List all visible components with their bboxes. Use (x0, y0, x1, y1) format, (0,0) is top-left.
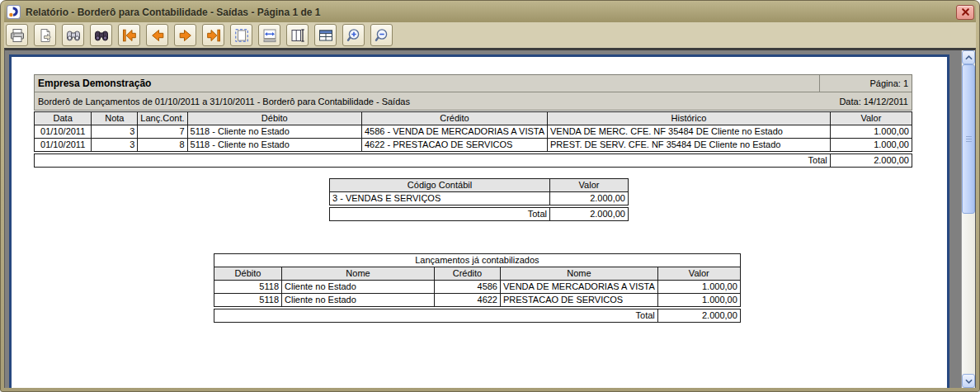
vertical-scrollbar[interactable] (961, 50, 975, 388)
next-page-icon (177, 27, 194, 44)
fit-width-icon (261, 27, 278, 44)
facing-pages-button[interactable] (286, 24, 309, 46)
column-header: Crédito (361, 112, 547, 125)
thumb-grip-icon (966, 136, 972, 143)
previous-page-button[interactable] (146, 24, 168, 46)
report-page: Empresa Demonstração Página: 1 Borderô d… (9, 54, 949, 388)
report-table: DataNotaLanç.Cont.DébitoCréditoHistórico… (34, 111, 912, 168)
export-page-icon (37, 27, 54, 44)
report-date-label: Data: 14/12/2011 (819, 92, 912, 110)
grid-view-button[interactable] (314, 24, 337, 46)
table-row: 01/10/2011375118 - Cliente no Estado4586… (35, 125, 912, 139)
table-cell: 5118 (214, 281, 282, 294)
table-cell: 01/10/2011 (35, 139, 92, 152)
table-cell: 1.000,00 (657, 294, 740, 307)
table-cell: 7 (138, 125, 187, 139)
fit-page-icon (233, 27, 250, 44)
scroll-up-button[interactable] (962, 50, 975, 64)
report-viewer: Empresa Demonstração Página: 1 Borderô d… (4, 48, 976, 388)
table-cell: 01/10/2011 (35, 125, 92, 139)
window-title: Relatório - Borderô para Contabilidade -… (26, 7, 956, 18)
zoom-out-button[interactable] (370, 24, 393, 46)
column-header: Código Contábil (330, 179, 550, 192)
table-cell: 4586 - VENDA DE MERCADORIAS A VISTA (361, 125, 547, 139)
column-header: Data (35, 112, 92, 125)
chevron-up-icon (965, 55, 973, 60)
first-page-icon (121, 27, 138, 44)
facing-pages-icon (290, 27, 306, 44)
report-window: Relatório - Borderô para Contabilidade -… (0, 0, 980, 392)
accounting-code-table: Código ContábilValor3 - VENDAS E SERVIÇO… (329, 178, 912, 221)
table-cell: 4586 (435, 281, 501, 294)
company-name: Empresa Demonstração (35, 78, 819, 89)
table-cell: 2.000,00 (550, 192, 629, 205)
binoculars-dark-icon (93, 27, 110, 44)
column-header: Valor (657, 267, 740, 281)
table-cell: 3 (92, 125, 138, 139)
export-button[interactable] (34, 24, 56, 46)
entries-table: DataNotaLanç.Cont.DébitoCréditoHistórico… (34, 111, 912, 168)
close-icon (961, 7, 970, 17)
table-cell: VENDA DE MERCADORIAS A VISTA (501, 281, 658, 294)
table-row: 5118Cliente no Estado4586VENDA DE MERCAD… (214, 281, 741, 294)
total-label: Total (330, 208, 550, 221)
first-page-button[interactable] (118, 24, 140, 46)
zoom-in-icon (346, 27, 362, 44)
report-table: Código ContábilValor3 - VENDAS E SERVIÇO… (329, 178, 629, 221)
table-title: Lançamentos já contabilizados (214, 254, 741, 267)
last-page-button[interactable] (202, 24, 224, 46)
title-bar: Relatório - Borderô para Contabilidade -… (4, 2, 976, 22)
binoculars-icon (65, 27, 82, 44)
column-header: Valor (550, 179, 629, 192)
report-header-band: Empresa Demonstração Página: 1 Borderô d… (34, 74, 912, 111)
column-header: Lanç.Cont. (138, 112, 187, 125)
table-cell: VENDA DE MERC. CFE. NF 35484 DE Cliente … (548, 125, 831, 139)
zoom-out-icon (374, 27, 390, 44)
column-header: Valor (830, 112, 912, 125)
page-number-label: Página: 1 (819, 75, 912, 92)
table-row: 01/10/2011385118 - Cliente no Estado4622… (35, 139, 912, 152)
header-row-1: Empresa Demonstração Página: 1 (35, 75, 912, 92)
total-value: 2.000,00 (550, 208, 629, 221)
report-body: Empresa Demonstração Página: 1 Borderô d… (34, 74, 912, 323)
column-header: Débito (187, 112, 361, 125)
previous-page-icon (149, 27, 166, 44)
app-logo-icon[interactable] (7, 5, 21, 19)
table-cell: 5118 (214, 294, 282, 307)
table-cell: 4622 - PRESTACAO DE SERVICOS (361, 139, 547, 152)
table-cell: 4622 (435, 294, 501, 307)
report-subtitle: Borderô de Lançamentos de 01/10/2011 a 3… (35, 97, 819, 106)
total-value: 2.000,00 (657, 309, 740, 323)
table-cell: 8 (138, 139, 187, 152)
column-header: Nome (282, 267, 435, 281)
table-cell: 1.000,00 (830, 125, 912, 139)
scrollbar-track[interactable] (962, 64, 975, 374)
column-header: Nota (92, 112, 138, 125)
report-table: Lançamentos já contabilizadosDébitoNomeC… (214, 253, 741, 323)
table-cell: Cliente no Estado (282, 281, 435, 294)
table-row: 3 - VENDAS E SERVIÇOS2.000,00 (330, 192, 629, 205)
print-button[interactable] (6, 24, 28, 46)
table-cell: 1.000,00 (830, 139, 912, 152)
find-next-button[interactable] (90, 24, 112, 46)
close-button[interactable] (956, 5, 974, 20)
table-cell: 1.000,00 (657, 281, 740, 294)
page-area: Empresa Demonstração Página: 1 Borderô d… (5, 50, 961, 388)
next-page-button[interactable] (174, 24, 196, 46)
column-header: Histórico (548, 112, 831, 125)
scroll-down-button[interactable] (962, 374, 975, 388)
fit-page-button[interactable] (230, 24, 252, 46)
column-header: Crédito (435, 267, 501, 281)
column-header: Débito (214, 267, 282, 281)
scrollbar-thumb[interactable] (962, 64, 975, 214)
grid-icon (318, 27, 334, 44)
table-cell: 3 (92, 139, 138, 152)
posted-entries-table: Lançamentos já contabilizadosDébitoNomeC… (214, 253, 912, 323)
table-cell: PREST. DE SERV. CFE. NF 35484 DE Cliente… (548, 139, 831, 152)
toolbar (4, 22, 976, 48)
fit-width-button[interactable] (258, 24, 280, 46)
total-label: Total (35, 154, 831, 168)
table-cell: PRESTACAO DE SERVICOS (501, 294, 658, 307)
zoom-in-button[interactable] (342, 24, 365, 46)
find-button[interactable] (62, 24, 84, 46)
